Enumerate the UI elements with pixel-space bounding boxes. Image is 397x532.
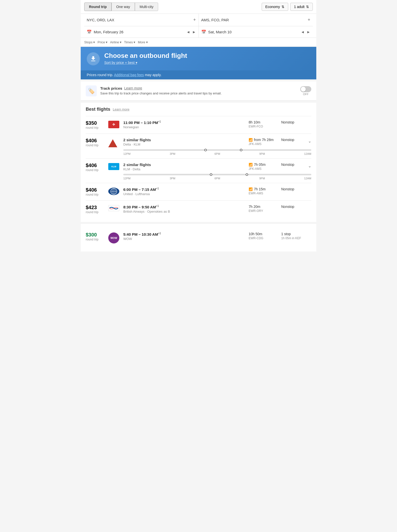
- depart-prev-icon[interactable]: ◄: [186, 30, 190, 34]
- flight-route: EWR-FCO: [249, 125, 281, 128]
- return-next-icon[interactable]: ►: [307, 30, 310, 34]
- best-flights-learn-link[interactable]: Learn more: [113, 107, 129, 111]
- outbound-icon: [87, 52, 100, 65]
- airport-row: NYC, ORD, LAX + AMS, FCO, PAR +: [84, 14, 313, 26]
- destination-plus[interactable]: +: [308, 17, 310, 23]
- bag-fees-suffix: may apply.: [145, 73, 162, 77]
- flight-duration-col: 📶 7h 15m EWR-AMS: [249, 187, 281, 195]
- flight-times: 11:00 PM – 1:10 PM+1: [123, 120, 246, 125]
- multi-city-button[interactable]: Multi-city: [135, 3, 158, 11]
- flight-info-col: 8:30 PM – 9:50 AM+1 British Airways · Op…: [123, 205, 249, 213]
- timeline-bar: [123, 149, 311, 151]
- outbound-banner: Choose an outbound flight Sort by price …: [81, 47, 316, 70]
- flight-info-col: 2 similar flights Delta · KLM: [123, 138, 249, 146]
- destination-field[interactable]: AMS, FCO, PAR +: [199, 14, 313, 26]
- more-filter[interactable]: More ▾: [138, 40, 148, 44]
- flight-row[interactable]: $350 round trip ✈ 11:00 PM – 1:10 PM+1 N…: [86, 116, 311, 134]
- timeline-label: 3PM: [170, 152, 175, 155]
- timeline-label: 12AM: [304, 152, 311, 155]
- flight-stops: Nonstop: [281, 163, 311, 167]
- airline-logo-col: WOW: [108, 232, 123, 243]
- cabin-selector[interactable]: Economy ⇅: [262, 3, 288, 11]
- svg-text:✈: ✈: [112, 122, 115, 126]
- outbound-title: Choose an outbound flight: [104, 52, 187, 60]
- flight-price-type: round trip: [86, 144, 108, 147]
- flight-stop-detail: 1h 05m in KEF: [281, 236, 311, 240]
- flight-airline: United · Lufthansa: [123, 192, 246, 196]
- times-filter[interactable]: Times ▾: [124, 40, 135, 44]
- flight-row[interactable]: $406 round trip KLM 2 similar flights KL…: [86, 158, 311, 173]
- return-prev-icon[interactable]: ◄: [301, 30, 305, 34]
- passengers-chevron: ⇅: [306, 5, 309, 9]
- best-flights-section: Best flights Learn more $350 round trip …: [81, 103, 316, 222]
- price-tag-icon: 🏷️: [86, 85, 97, 96]
- prices-note-text: Prices round trip.: [87, 73, 113, 77]
- flight-duration: 📶 7h 15m: [249, 187, 281, 191]
- return-date-nav[interactable]: ◄ ►: [301, 30, 310, 34]
- flight-duration-col: 📶 7h 05m JFK-AMS: [249, 163, 281, 171]
- flight-duration: 10h 50m: [249, 232, 281, 236]
- stops-filter[interactable]: Stops ▾: [84, 40, 95, 44]
- timeline-container: 12PM 3PM 6PM 9PM 12AM: [86, 173, 311, 183]
- one-way-button[interactable]: One way: [112, 3, 135, 11]
- track-prices-learn-link[interactable]: Learn more: [124, 86, 142, 90]
- expand-button[interactable]: ⌄: [308, 139, 311, 144]
- airline-logo-col: [108, 205, 123, 211]
- bag-fees-link[interactable]: Additional bag fees: [114, 73, 144, 77]
- more-chevron: ▾: [146, 40, 148, 44]
- track-prices-toggle[interactable]: OFF: [300, 86, 311, 96]
- flight-route: EWR-ORY: [249, 209, 281, 213]
- norwegian-logo-icon: ✈: [109, 121, 118, 127]
- depart-next-icon[interactable]: ►: [192, 30, 196, 34]
- stops-chevron: ▾: [93, 40, 95, 44]
- flight-duration-col: 📶 from 7h 28m JFK-AMS: [249, 138, 281, 146]
- return-date-value: Sat, March 10: [208, 30, 232, 34]
- flight-row[interactable]: $300 round trip WOW 5:40 PM – 10:30 AM+1…: [86, 228, 311, 247]
- outbound-sort[interactable]: Sort by price + best ▾: [104, 61, 187, 65]
- timeline-label: 12PM: [123, 177, 131, 180]
- flight-price: $406: [86, 138, 108, 144]
- flight-price: $350: [86, 120, 108, 126]
- depart-date-field[interactable]: 📅 Mon, February 26 ◄ ►: [84, 26, 199, 38]
- round-trip-button[interactable]: Round trip: [84, 3, 112, 11]
- globe-icon: [110, 188, 117, 195]
- timeline-labels: 12PM 3PM 6PM 9PM 12AM: [123, 177, 311, 180]
- flight-row[interactable]: $423 round trip 8:30 PM – 9:50 AM+1 Brit…: [86, 200, 311, 218]
- flight-route: JFK-AMS: [249, 167, 281, 171]
- toggle-track[interactable]: [300, 86, 311, 92]
- flight-price: $406: [86, 187, 108, 193]
- price-chevron: ▾: [106, 40, 108, 44]
- track-prices-text: Track prices Learn more Save this trip t…: [100, 86, 297, 96]
- flight-stops: Nonstop: [281, 205, 311, 209]
- toggle-thumb: [301, 87, 306, 92]
- passengers-selector[interactable]: 1 adult ⇅: [290, 3, 313, 11]
- flight-price-col: $406 round trip: [86, 138, 108, 147]
- price-filter[interactable]: Price ▾: [97, 40, 108, 44]
- origin-plus[interactable]: +: [193, 17, 196, 23]
- filters-bar: Stops ▾ Price ▾ Airline ▾ Times ▾ More ▾: [81, 38, 316, 47]
- airline-logo-col: [108, 138, 123, 147]
- flight-stops-col: Nonstop: [281, 120, 311, 124]
- depart-date-nav[interactable]: ◄ ►: [186, 30, 196, 34]
- right-controls: Economy ⇅ 1 adult ⇅: [262, 3, 313, 11]
- airline-filter[interactable]: Airline ▾: [110, 40, 122, 44]
- svg-text:🏷️: 🏷️: [88, 88, 95, 94]
- klm-logo-icon: KLM: [108, 163, 119, 170]
- flight-price-type: round trip: [86, 168, 108, 172]
- flight-similar: 2 similar flights: [123, 163, 246, 167]
- times-chevron: ▾: [134, 40, 135, 44]
- return-date-field[interactable]: 📅 Sat, March 10 ◄ ►: [199, 26, 313, 38]
- top-bar: Round trip One way Multi-city Economy ⇅ …: [81, 0, 316, 14]
- origin-value: NYC, ORD, LAX: [87, 18, 114, 22]
- origin-field[interactable]: NYC, ORD, LAX +: [84, 14, 199, 26]
- flight-row[interactable]: $406 round trip 2 similar flights Delta …: [86, 134, 311, 148]
- flight-price: $300: [86, 232, 108, 238]
- expand-button[interactable]: ⌄: [308, 163, 311, 168]
- other-flights-section: $300 round trip WOW 5:40 PM – 10:30 AM+1…: [81, 224, 316, 251]
- date-row: 📅 Mon, February 26 ◄ ► 📅 Sat, March 10 ◄…: [84, 26, 313, 38]
- airline-chevron: ▾: [120, 40, 122, 44]
- flight-row-group: $406 round trip KLM 2 similar flights KL…: [86, 158, 311, 183]
- flight-price-type: round trip: [86, 210, 108, 214]
- flight-row[interactable]: $406 round trip 6:00 PM – 7:15 AM+1 Unit…: [86, 183, 311, 200]
- delta-logo-icon: [108, 139, 117, 147]
